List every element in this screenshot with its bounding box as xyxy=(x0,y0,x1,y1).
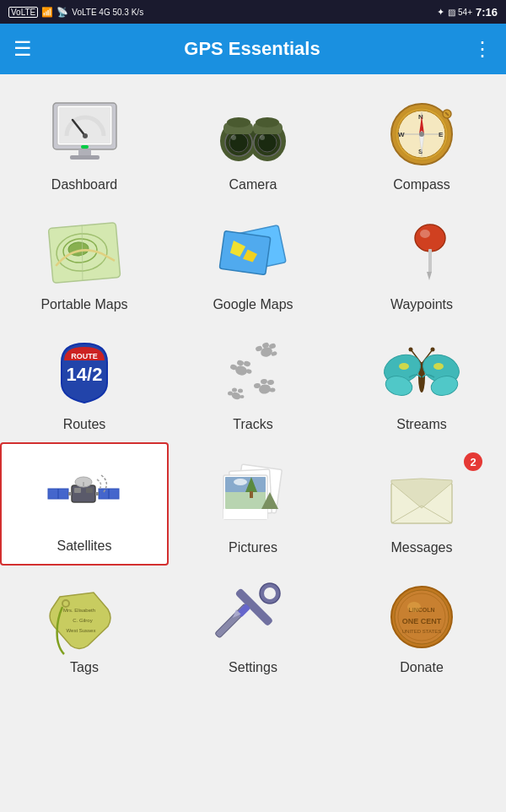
messages-badge: 2 xyxy=(464,452,482,471)
pictures-label: Pictures xyxy=(229,540,277,555)
grid-item-waypoints[interactable]: Waypoints xyxy=(337,203,506,322)
messages-label: Messages xyxy=(391,540,453,555)
svg-point-58 xyxy=(236,360,244,366)
google-maps-label: Google Maps xyxy=(213,297,293,312)
svg-point-124 xyxy=(407,602,421,612)
tags-label: Tags xyxy=(70,660,99,675)
svg-rect-87 xyxy=(68,492,72,495)
svg-rect-46 xyxy=(428,249,432,273)
svg-point-75 xyxy=(431,347,435,351)
svg-rect-102 xyxy=(223,509,267,519)
pictures-icon xyxy=(215,457,291,533)
compass-icon: N S E W xyxy=(384,95,460,171)
waypoints-label: Waypoints xyxy=(390,297,453,312)
settings-icon xyxy=(215,577,291,653)
donate-label: Donate xyxy=(400,660,444,675)
tracks-label: Tracks xyxy=(233,417,272,432)
svg-rect-100 xyxy=(250,491,253,498)
svg-text:E: E xyxy=(439,131,444,138)
settings-label: Settings xyxy=(229,660,277,675)
google-maps-icon xyxy=(215,214,291,290)
svg-rect-5 xyxy=(81,145,89,149)
svg-point-20 xyxy=(256,117,279,127)
portable-maps-icon xyxy=(46,214,122,290)
svg-text:ROUTE: ROUTE xyxy=(71,352,98,360)
tags-icon: Mrs. Elisabeth C. Gilroy West Sussex xyxy=(46,577,122,653)
waypoints-icon xyxy=(384,214,460,290)
grid-item-pictures[interactable]: Pictures xyxy=(169,442,337,566)
streams-icon xyxy=(384,334,460,410)
svg-text:W: W xyxy=(398,131,405,138)
svg-text:ONE CENT: ONE CENT xyxy=(402,617,442,625)
signal-icon: 📶 xyxy=(41,7,53,18)
grid-item-routes[interactable]: ROUTE 14/2 Routes xyxy=(0,322,169,442)
portable-maps-label: Portable Maps xyxy=(40,297,127,312)
svg-point-59 xyxy=(243,360,250,367)
main-grid: Dashboard xyxy=(0,74,506,694)
svg-rect-6 xyxy=(78,149,91,156)
streams-label: Streams xyxy=(396,417,447,432)
status-bar: VoLTE 📶 📡 VoLTE 4G 50.3 K/s ✦ ▨ 54+ 7:16 xyxy=(0,0,506,24)
svg-point-4 xyxy=(83,133,88,138)
svg-text:14/2: 14/2 xyxy=(66,364,102,385)
tracks-icon xyxy=(215,334,291,410)
app-title: GPS Essentials xyxy=(32,38,472,60)
grid-item-satellites[interactable]: Satellites xyxy=(0,442,169,566)
svg-point-80 xyxy=(399,363,409,370)
grid-item-compass[interactable]: N S E W Compass xyxy=(337,83,506,203)
svg-text:N: N xyxy=(418,113,423,121)
grid-item-tracks[interactable]: Tracks xyxy=(169,322,337,442)
svg-point-81 xyxy=(433,363,444,370)
speed-indicator: VoLTE 4G 50.3 K/s xyxy=(72,8,143,17)
svg-text:Mrs. Elisabeth: Mrs. Elisabeth xyxy=(63,608,95,613)
svg-marker-47 xyxy=(427,272,432,280)
svg-rect-88 xyxy=(95,492,99,495)
dashboard-label: Dashboard xyxy=(51,177,117,192)
svg-point-68 xyxy=(232,387,237,392)
svg-point-19 xyxy=(227,117,250,127)
compass-label: Compass xyxy=(393,177,450,192)
svg-rect-91 xyxy=(74,488,81,493)
grid-item-messages[interactable]: 2 Messages xyxy=(337,442,506,566)
grid-item-tags[interactable]: Mrs. Elisabeth C. Gilroy West Sussex Tag… xyxy=(0,566,169,685)
svg-point-64 xyxy=(266,379,274,385)
grid-item-dashboard[interactable]: Dashboard xyxy=(0,83,169,203)
donate-icon: LINCOLN ONE CENT UNITED STATES xyxy=(384,577,460,653)
bluetooth-icon: ✦ xyxy=(437,7,444,18)
svg-text:West Sussex: West Sussex xyxy=(67,628,96,633)
hamburger-menu-icon[interactable]: ☰ xyxy=(13,37,32,61)
svg-point-45 xyxy=(415,225,445,252)
wifi-icon: 📡 xyxy=(57,7,68,18)
svg-point-15 xyxy=(231,135,236,140)
svg-point-16 xyxy=(260,135,265,140)
camera-label: Camera xyxy=(229,177,277,192)
svg-point-67 xyxy=(228,391,233,395)
svg-point-69 xyxy=(238,388,243,392)
svg-point-32 xyxy=(419,132,424,137)
satellites-icon xyxy=(46,456,122,532)
time-display: 7:16 xyxy=(476,6,498,19)
routes-label: Routes xyxy=(63,417,106,432)
dashboard-icon xyxy=(46,95,122,171)
messages-icon xyxy=(384,457,460,533)
svg-point-48 xyxy=(420,230,430,238)
grid-item-donate[interactable]: LINCOLN ONE CENT UNITED STATES Donate xyxy=(337,566,506,685)
grid-item-google-maps[interactable]: Google Maps xyxy=(169,203,337,322)
svg-text:S: S xyxy=(418,148,423,155)
svg-rect-97 xyxy=(225,477,266,492)
svg-point-98 xyxy=(234,479,247,485)
volte-indicator: VoLTE xyxy=(8,7,38,18)
grid-item-portable-maps[interactable]: Portable Maps xyxy=(0,203,169,322)
more-options-icon[interactable]: ⋮ xyxy=(472,37,493,61)
svg-point-114 xyxy=(264,587,276,599)
routes-icon: ROUTE 14/2 xyxy=(46,334,122,410)
svg-rect-42 xyxy=(219,230,271,274)
status-right: ✦ ▨ 54+ 7:16 xyxy=(437,6,498,19)
grid-item-streams[interactable]: Streams xyxy=(337,322,506,442)
camera-icon xyxy=(215,95,291,171)
svg-text:UNITED STATES: UNITED STATES xyxy=(402,629,441,634)
grid-item-settings[interactable]: Settings xyxy=(169,566,337,685)
app-bar: ☰ GPS Essentials ⋮ xyxy=(0,24,506,74)
grid-item-camera[interactable]: Camera xyxy=(169,83,337,203)
svg-point-70 xyxy=(240,395,244,398)
